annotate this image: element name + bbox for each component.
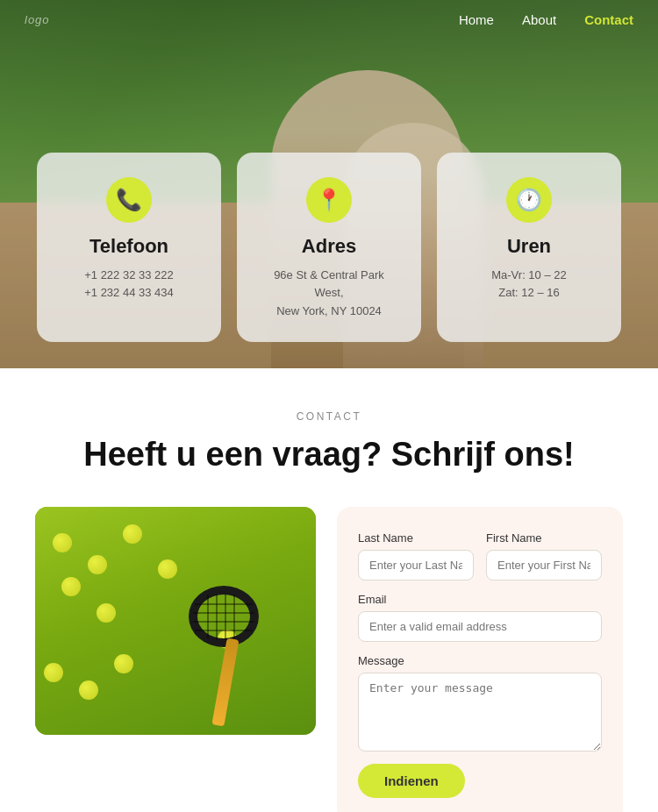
logo: logo [25,13,50,26]
email-input[interactable] [358,611,602,642]
card-title-adres: Adres [258,235,400,258]
string-h4 [195,630,253,631]
form-group-lastname: Last Name [358,531,474,581]
submit-button[interactable]: Indienen [358,764,465,798]
nav-contact[interactable]: Contact [584,12,633,27]
info-card-adres: 📍 Adres 96e St & Central Park West,New Y… [237,153,421,342]
contact-form-wrapper: Last Name First Name Email Message Indie… [337,507,623,812]
string-v3 [225,595,226,640]
racket-handle [211,637,239,726]
email-label: Email [358,593,602,606]
ball-4 [61,577,81,596]
info-cards-row: 📞 Telefoon +1 222 32 33 222+1 232 44 33 … [0,153,658,342]
ball-8 [79,680,98,700]
message-textarea[interactable] [358,673,602,751]
card-title-uren: Uren [458,235,600,258]
navbar: logo Home About Contact [0,0,658,39]
racket-container [175,586,290,726]
info-card-uren: 🕐 Uren Ma-Vr: 10 – 22Zat: 12 – 16 [437,153,621,342]
first-name-input[interactable] [486,550,602,581]
contact-body: Last Name First Name Email Message Indie… [35,507,623,812]
form-row-names: Last Name First Name [358,531,602,581]
ball-1 [53,533,72,552]
card-detail-telefoon: +1 222 32 33 222+1 232 44 33 434 [58,267,200,303]
form-group-firstname: First Name [486,531,602,581]
contact-label: CONTACT [35,410,623,423]
nav-links: Home About Contact [459,12,633,27]
nav-home[interactable]: Home [459,12,494,27]
ball-6 [158,559,177,579]
ball-3 [123,524,142,544]
contact-heading: Heeft u een vraag? Schrijf ons! [35,435,623,475]
ball-9 [114,654,133,673]
card-title-telefoon: Telefoon [58,235,200,258]
form-group-email: Email [358,593,602,642]
ball-2 [88,555,107,574]
card-detail-adres: 96e St & Central Park West,New York, NY … [258,267,400,321]
string-h1 [195,603,253,605]
string-h3 [193,621,254,623]
info-card-telefoon: 📞 Telefoon +1 222 32 33 222+1 232 44 33 … [37,153,221,342]
string-v4 [233,595,235,638]
tennis-scene [35,507,316,735]
last-name-label: Last Name [358,531,474,545]
string-v2 [216,595,218,640]
racket-head [189,586,259,647]
contact-image [35,507,316,735]
ball-5 [97,603,116,623]
ball-7 [44,663,63,682]
message-label: Message [358,654,602,667]
first-name-label: First Name [486,531,602,545]
card-detail-uren: Ma-Vr: 10 – 22Zat: 12 – 16 [458,267,600,303]
last-name-input[interactable] [358,550,474,581]
string-v1 [207,595,209,638]
phone-icon: 📞 [106,177,152,223]
clock-icon: 🕐 [506,177,552,223]
form-group-message: Message [358,654,602,751]
string-h2 [193,612,254,614]
nav-about[interactable]: About [522,12,556,27]
contact-section: CONTACT Heeft u een vraag? Schrijf ons! [0,368,658,812]
location-icon: 📍 [306,177,352,223]
hero-section: logo Home About Contact 📞 Telefoon +1 22… [0,0,658,368]
